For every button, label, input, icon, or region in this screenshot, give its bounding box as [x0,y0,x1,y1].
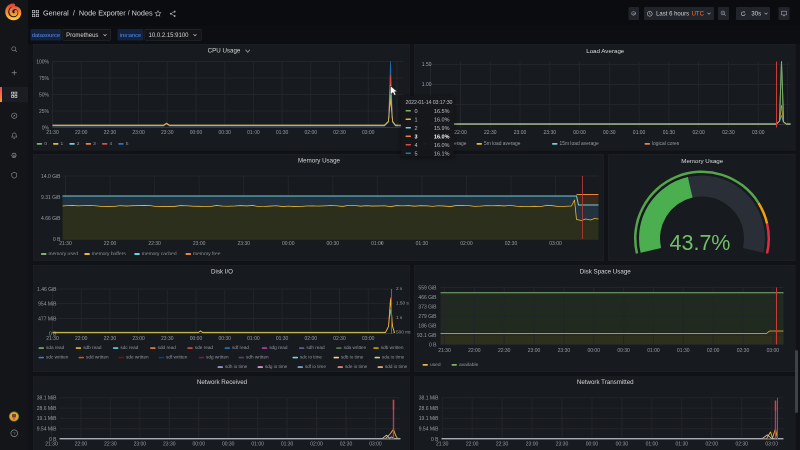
svg-text:00:00: 00:00 [282,240,295,246]
svg-text:sda read: sda read [46,345,65,350]
svg-text:00:30: 00:30 [617,347,630,353]
svg-text:02:30: 02:30 [722,129,735,135]
svg-text:9.31 GiB: 9.31 GiB [41,194,61,200]
svg-text:03:00: 03:00 [369,441,382,447]
svg-text:5m load average: 5m load average [484,141,521,146]
svg-text:19.1 MiB: 19.1 MiB [419,415,439,421]
svg-text:02:30: 02:30 [333,129,346,135]
svg-text:2 s: 2 s [396,286,403,291]
svg-text:22:30: 22:30 [496,441,509,447]
svg-text:sdc written: sdc written [46,355,69,360]
svg-text:38.1 MiB: 38.1 MiB [419,395,439,401]
svg-text:23:30: 23:30 [556,441,569,447]
svg-text:21:30: 21:30 [46,129,59,135]
svg-text:sdg written: sdg written [206,355,229,360]
svg-text:21:30: 21:30 [438,347,451,353]
svg-text:03:00: 03:00 [362,335,375,341]
svg-text:100%: 100% [36,58,49,64]
svg-text:01:00: 01:00 [646,441,659,447]
svg-text:03:00: 03:00 [362,129,375,135]
svg-text:186 GiB: 186 GiB [418,322,437,328]
svg-text:Disk I/O: Disk I/O [211,268,233,275]
svg-text:sdh io time: sdh io time [225,364,248,369]
svg-text:03:00: 03:00 [767,347,780,353]
svg-text:22:00: 22:00 [75,129,88,135]
svg-text:sdd written: sdd written [86,355,109,360]
svg-text:22:00: 22:00 [75,441,88,447]
svg-text:21:30: 21:30 [46,335,59,341]
svg-text:sde read: sde read [195,345,214,350]
svg-text:Memory Usage: Memory Usage [298,157,341,164]
svg-text:01:00: 01:00 [647,347,660,353]
svg-text:sda io time: sda io time [382,355,405,360]
svg-text:1.50 s: 1.50 s [396,300,409,305]
svg-text:00:00: 00:00 [587,347,600,353]
svg-text:23:30: 23:30 [163,441,176,447]
svg-text:23:00: 23:00 [526,441,539,447]
svg-text:memory buffers: memory buffers [92,251,126,256]
svg-text:954 MiB: 954 MiB [38,300,57,306]
svg-text:sdc io time: sdc io time [300,355,322,360]
svg-text:00:00: 00:00 [586,441,599,447]
svg-text:00:00: 00:00 [190,129,203,135]
svg-text:23:00: 23:00 [514,129,527,135]
svg-text:00:30: 00:30 [218,129,231,135]
svg-text:sdf read: sdf read [232,345,249,350]
svg-text:01:30: 01:30 [276,129,289,135]
svg-text:22:30: 22:30 [104,129,117,135]
svg-text:01:30: 01:30 [416,240,429,246]
svg-text:22:00: 22:00 [466,441,479,447]
svg-text:21:30: 21:30 [45,441,58,447]
svg-text:01:00: 01:00 [247,335,260,341]
svg-text:02:30: 02:30 [333,335,346,341]
svg-text:03:00: 03:00 [765,441,778,447]
svg-text:Load Average: Load Average [586,47,625,54]
svg-text:5: 5 [126,141,129,146]
svg-text:?: ? [13,431,16,436]
svg-text:logical cores: logical cores [652,141,680,146]
svg-text:1.00: 1.00 [422,81,432,87]
svg-text:02:00: 02:00 [305,335,318,341]
svg-text:22:00: 22:00 [75,335,88,341]
svg-text:00:30: 00:30 [327,240,340,246]
svg-text:CPU Usage: CPU Usage [208,47,241,54]
svg-text:22:00: 22:00 [468,347,481,353]
svg-text:01:30: 01:30 [276,335,289,341]
svg-text:50%: 50% [39,91,50,97]
svg-text:sdh read: sdh read [306,345,325,350]
svg-text:sde written: sde written [126,355,149,360]
svg-text:1 s: 1 s [396,315,403,320]
svg-text:Disk Space Usage: Disk Space Usage [580,268,631,275]
svg-text:9.54 MiB: 9.54 MiB [419,426,439,432]
svg-text:sde io time: sde io time [345,364,368,369]
svg-text:02:30: 02:30 [340,441,353,447]
svg-text:23:30: 23:30 [558,347,571,353]
svg-text:sdd read: sdd read [158,345,177,350]
svg-text:22:30: 22:30 [484,129,497,135]
svg-text:1: 1 [61,141,64,146]
svg-text:01:30: 01:30 [676,441,689,447]
svg-text:sdf io time: sdf io time [305,364,326,369]
svg-text:03:00: 03:00 [752,129,765,135]
svg-text:4.66 GiB: 4.66 GiB [41,215,61,221]
svg-text:14.0 GiB: 14.0 GiB [41,173,61,179]
svg-text:02:00: 02:00 [310,441,323,447]
svg-text:279 GiB: 279 GiB [418,313,437,319]
svg-text:23:30: 23:30 [544,129,557,135]
svg-text:559 GiB: 559 GiB [418,284,437,290]
svg-text:38.1 MiB: 38.1 MiB [37,395,57,401]
svg-text:373 GiB: 373 GiB [418,303,437,309]
svg-text:23:30: 23:30 [237,240,250,246]
svg-text:23:30: 23:30 [161,129,174,135]
svg-text:15m load average: 15m load average [560,141,599,146]
svg-text:02:30: 02:30 [737,347,750,353]
svg-text:01:30: 01:30 [677,347,690,353]
svg-text:21:30: 21:30 [59,240,72,246]
svg-text:21:30: 21:30 [436,441,449,447]
svg-text:sdg read: sdg read [269,345,288,350]
svg-text:23:00: 23:00 [132,129,145,135]
svg-text:02:30: 02:30 [735,441,748,447]
svg-text:00:00: 00:00 [573,129,586,135]
svg-text:00:00: 00:00 [192,441,205,447]
svg-text:0 B: 0 B [429,341,437,347]
